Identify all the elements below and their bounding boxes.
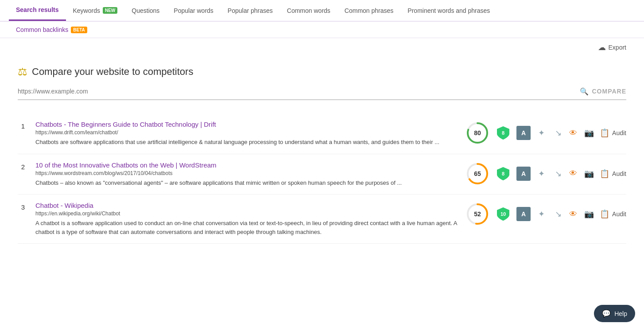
shield-badge: 8 (495, 125, 511, 141)
tab-label: Search results (16, 6, 59, 13)
compare-button-label: COMPARE (592, 88, 626, 95)
result-title[interactable]: Chatbots - The Beginners Guide to Chatbo… (35, 121, 458, 128)
audit-button[interactable]: 📋 Audit (600, 128, 626, 138)
result-content: 10 of the Most Innovative Chatbots on th… (35, 161, 458, 187)
score-value: 65 (474, 170, 481, 177)
compare-title: ⚖ Compare your website to competitors (18, 66, 626, 78)
tab-label: Prominent words and phrases (407, 7, 490, 14)
audit-label: Audit (612, 129, 626, 136)
score-value: 80 (474, 129, 481, 136)
compare-section: ⚖ Compare your website to competitors 🔍 … (18, 66, 626, 100)
tab-common-backlinks[interactable]: Common backlinks BETA (9, 22, 94, 38)
scale-icon: ⚖ (18, 66, 27, 78)
shield-number: 8 (502, 130, 504, 136)
eye-icon[interactable]: 👁 (568, 169, 578, 178)
tab-search-results[interactable]: Search results (9, 0, 66, 21)
result-url: https://www.wordstream.com/blog/ws/2017/… (35, 170, 458, 176)
shield-number: 10 (500, 211, 506, 217)
export-button[interactable]: ☁ Export (598, 43, 626, 52)
tab-label: Common phrases (345, 7, 394, 14)
camera-icon[interactable]: 📷 (584, 169, 594, 179)
audit-label: Audit (612, 210, 626, 218)
result-url: https://www.drift.com/learn/chatbot/ (35, 129, 458, 136)
tab-prominent-words[interactable]: Prominent words and phrases (400, 1, 497, 20)
score-gauge: 65 (465, 161, 490, 186)
result-content: Chatbots - The Beginners Guide to Chatbo… (35, 121, 458, 147)
audit-button[interactable]: 📋 Audit (600, 209, 626, 219)
result-url: https://en.wikipedia.org/wiki/Chatbot (35, 210, 458, 217)
shield-badge: 8 (495, 166, 511, 182)
score-gauge: 80 (465, 121, 490, 145)
export-area: ☁ Export (0, 38, 644, 57)
result-metrics: 52 10 A ✦ ↘ 👁 📷 📋 Audit (465, 202, 626, 226)
eye-icon[interactable]: 👁 (568, 210, 578, 219)
code-icon[interactable]: ✦ (536, 169, 547, 179)
results-list: 1 Chatbots - The Beginners Guide to Chat… (18, 113, 626, 244)
shield-number: 8 (502, 171, 504, 176)
trend-icon[interactable]: ↘ (552, 169, 563, 179)
tab-popular-words[interactable]: Popular words (167, 1, 221, 20)
tab-label: Keywords (73, 7, 100, 14)
score-value: 52 (474, 210, 481, 218)
result-number: 3 (18, 202, 28, 211)
search-icon: 🔍 (580, 87, 589, 96)
tab-keywords[interactable]: Keywords NEW (66, 1, 125, 20)
export-label: Export (609, 44, 626, 51)
tab-questions[interactable]: Questions (124, 1, 167, 20)
audit-icon: 📋 (600, 169, 609, 179)
eye-icon[interactable]: 👁 (568, 129, 578, 138)
tab-label: Questions (132, 7, 159, 14)
result-item: 1 Chatbots - The Beginners Guide to Chat… (18, 113, 626, 154)
trend-icon[interactable]: ↘ (552, 128, 563, 138)
tab-common-words[interactable]: Common words (280, 1, 338, 20)
cloud-icon: ☁ (598, 43, 606, 52)
camera-icon[interactable]: 📷 (584, 209, 594, 219)
result-metrics: 65 8 A ✦ ↘ 👁 📷 📋 Audit (465, 161, 626, 186)
audit-icon: 📋 (600, 209, 609, 219)
audit-button[interactable]: 📋 Audit (600, 169, 626, 179)
tab-label: Popular phrases (228, 7, 273, 14)
tab-popular-phrases[interactable]: Popular phrases (221, 1, 280, 20)
result-item: 2 10 of the Most Innovative Chatbots on … (18, 154, 626, 195)
result-content: Chatbot - Wikipedia https://en.wikipedia… (35, 202, 458, 236)
tab-label: Popular words (174, 7, 213, 14)
grade-badge: A (516, 207, 531, 221)
audit-label: Audit (612, 170, 626, 177)
nav-tabs-row1: Search results Keywords NEW Questions Po… (0, 0, 644, 22)
result-number: 1 (18, 121, 28, 130)
tab-common-phrases[interactable]: Common phrases (338, 1, 401, 20)
result-description: A chatbot is a software application used… (35, 219, 458, 236)
result-item: 3 Chatbot - Wikipedia https://en.wikiped… (18, 195, 626, 244)
trend-icon[interactable]: ↘ (552, 209, 563, 219)
compare-button[interactable]: 🔍 COMPARE (580, 87, 626, 96)
result-number: 2 (18, 161, 28, 171)
code-icon[interactable]: ✦ (536, 209, 547, 219)
main-content: ⚖ Compare your website to competitors 🔍 … (0, 57, 644, 253)
score-gauge: 52 (465, 202, 490, 226)
result-title[interactable]: Chatbot - Wikipedia (35, 202, 458, 209)
result-title[interactable]: 10 of the Most Innovative Chatbots on th… (35, 161, 458, 169)
tab-label: Common backlinks (16, 26, 68, 33)
badge-new: NEW (103, 7, 117, 14)
shield-badge: 10 (495, 206, 511, 222)
nav-tabs-row2: Common backlinks BETA (0, 22, 644, 38)
audit-icon: 📋 (600, 128, 609, 138)
grade-badge: A (516, 167, 531, 181)
result-metrics: 80 8 A ✦ ↘ 👁 📷 📋 Audit (465, 121, 626, 145)
compare-input-row: 🔍 COMPARE (18, 85, 626, 100)
result-description: Chatbots are software applications that … (35, 138, 458, 147)
code-icon[interactable]: ✦ (536, 128, 547, 138)
badge-beta: BETA (71, 27, 87, 33)
result-description: Chatbots – also known as "conversational… (35, 179, 458, 187)
compare-heading: Compare your website to competitors (32, 66, 193, 78)
camera-icon[interactable]: 📷 (584, 128, 594, 138)
compare-input[interactable] (18, 85, 580, 97)
tab-label: Common words (287, 7, 330, 14)
grade-badge: A (516, 126, 531, 140)
